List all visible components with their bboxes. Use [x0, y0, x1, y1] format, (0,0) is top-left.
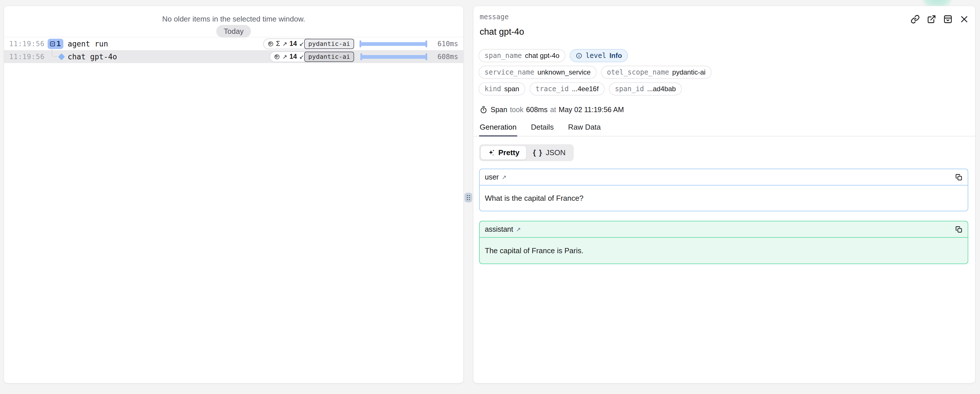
tokens-sent-arrow-icon: ↗ — [282, 53, 287, 60]
span-detail-panel: message chat — [473, 6, 975, 383]
open-in-new-icon[interactable] — [927, 14, 936, 24]
tag-row: kind span trace_id ...4ee16f span_id ...… — [479, 82, 682, 95]
tag-level-info: level Info — [570, 49, 628, 62]
copy-icon — [955, 226, 963, 233]
message-card-user: user ↗ What is the capital of France? — [479, 168, 968, 211]
json-view-button[interactable]: { } JSON — [527, 146, 572, 160]
row-timestamp: 11:19:56 — [9, 53, 45, 61]
tokens-received-arrow-icon: ↙ — [299, 40, 304, 47]
tag-key: service_name — [485, 68, 534, 76]
tag-value: pydantic-ai — [672, 68, 706, 76]
duration-label: 608ms — [438, 53, 458, 61]
message-header: assistant ↗ — [480, 221, 968, 238]
message-header: user ↗ — [480, 169, 968, 186]
tokens-sent-arrow-icon: ↗ — [282, 40, 287, 47]
scope-tag[interactable]: pydantic-ai — [304, 52, 354, 62]
span-diamond-icon — [58, 53, 65, 60]
panel-resize-handle[interactable] — [465, 193, 472, 202]
view-mode-toggle: Pretty { } JSON — [479, 144, 574, 161]
tag-value: Info — [609, 52, 622, 60]
span-title: chat gpt-4o — [480, 27, 524, 37]
span-name: chat gpt-4o — [68, 52, 117, 61]
duration-bar — [360, 53, 427, 61]
tag-trace-id: trace_id ...4ee16f — [530, 82, 605, 95]
token-coin-icon — [267, 41, 274, 47]
stopwatch-icon — [480, 106, 487, 114]
today-date-chip: Today — [216, 25, 251, 38]
message-card-assistant: assistant ↗ The capital of France is Par… — [479, 221, 968, 264]
sigma-icon: Σ — [276, 40, 280, 48]
copy-icon — [955, 173, 963, 181]
tag-value: ...4ee16f — [572, 85, 598, 93]
message-list: user ↗ What is the capital of France? as… — [479, 168, 968, 273]
tag-key: kind — [485, 85, 501, 93]
tag-service-name: service_name unknown_service — [479, 66, 597, 79]
copy-message-button[interactable] — [955, 173, 963, 181]
grip-dots-icon — [466, 194, 471, 201]
pretty-view-button[interactable]: Pretty — [480, 146, 527, 160]
scope-tag[interactable]: pydantic-ai — [304, 39, 354, 49]
tag-key: otel_scope_name — [607, 68, 669, 76]
tag-row: service_name unknown_service otel_scope_… — [479, 66, 712, 79]
tag-value: unknown_service — [537, 68, 590, 76]
token-coin-icon — [274, 54, 280, 60]
detail-tabbar: Generation Details Raw Data — [473, 123, 975, 137]
row-timestamp: 11:19:56 — [9, 40, 45, 48]
message-role: assistant — [485, 225, 513, 234]
trace-list-panel: No older items in the selected time wind… — [4, 6, 464, 383]
timing-word: Span — [491, 105, 507, 114]
dock-panel-icon[interactable] — [943, 14, 953, 24]
tag-key: span_name — [485, 52, 522, 60]
span-kind-label: message — [480, 13, 509, 21]
tokens-received-arrow-icon: ↙ — [299, 53, 304, 60]
tree-connector — [52, 49, 57, 57]
message-role: user — [485, 173, 499, 181]
tag-otel-scope-name: otel_scope_name pydantic-ai — [601, 66, 712, 79]
timing-word: took — [510, 105, 523, 114]
tag-key: trace_id — [536, 85, 569, 93]
tag-span-name: span_name chat gpt-4o — [479, 49, 565, 62]
duration-bar — [360, 40, 427, 48]
empty-window-notice: No older items in the selected time wind… — [4, 14, 463, 24]
tag-span-id: span_id ...ad4bab — [609, 82, 682, 95]
collapse-children-badge[interactable]: 1 — [48, 39, 64, 49]
tag-value: span — [504, 85, 519, 93]
info-circle-icon — [576, 52, 582, 59]
tokens-sent: 14 — [290, 53, 297, 60]
expand-message-icon[interactable]: ↗ — [502, 174, 507, 181]
tag-value: chat gpt-4o — [525, 52, 559, 60]
child-count: 1 — [56, 40, 61, 48]
copy-message-button[interactable] — [955, 226, 963, 233]
tab-raw-data[interactable]: Raw Data — [567, 123, 601, 137]
braces-icon: { } — [533, 148, 542, 157]
message-content: The capital of France is Paris. — [480, 238, 968, 264]
tag-key: span_id — [615, 85, 644, 93]
tag-value: ...ad4bab — [647, 85, 676, 93]
sparkle-icon — [487, 149, 495, 157]
tab-details[interactable]: Details — [530, 123, 554, 137]
copy-link-icon[interactable] — [911, 14, 920, 24]
duration-label: 610ms — [438, 40, 458, 48]
expand-message-icon[interactable]: ↗ — [516, 226, 521, 233]
trace-row-chat-gpt-4o[interactable]: 11:19:56 chat gpt-4o ↗14 ↙8 pydantic-ai … — [4, 50, 463, 63]
timing-duration: 608ms — [526, 105, 547, 114]
timing-timestamp: May 02 11:19:56 AM — [559, 105, 624, 114]
json-label: JSON — [546, 148, 565, 157]
tag-kind: kind span — [479, 82, 525, 95]
detail-toolbar — [911, 14, 969, 24]
tag-key: level — [585, 52, 606, 60]
tag-row: span_name chat gpt-4o level Info — [479, 49, 628, 62]
span-name: agent run — [68, 40, 108, 48]
tab-generation[interactable]: Generation — [479, 123, 517, 137]
trace-row-agent-run[interactable]: 11:19:56 1 agent run Σ ↗14 ↙8 pydantic-a… — [4, 37, 463, 50]
span-timing: Span took 608ms at May 02 11:19:56 AM — [480, 105, 624, 114]
pretty-label: Pretty — [498, 148, 520, 157]
tokens-sent: 14 — [290, 40, 297, 48]
message-content: What is the capital of France? — [480, 186, 968, 211]
close-icon[interactable] — [959, 14, 969, 24]
square-minus-icon — [49, 41, 56, 47]
timing-word: at — [550, 105, 556, 114]
